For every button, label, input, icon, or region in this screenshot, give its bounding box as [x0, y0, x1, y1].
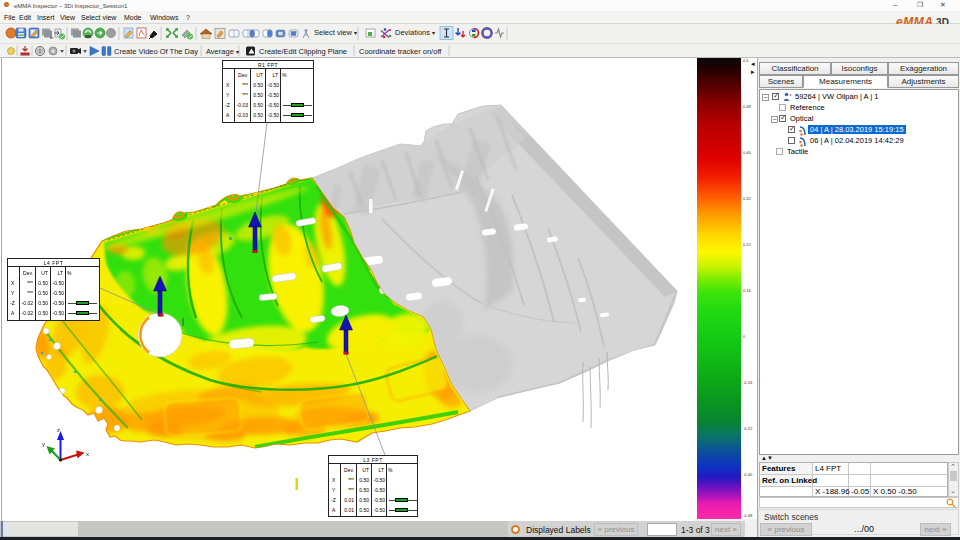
svg-text:z: z [57, 427, 60, 433]
svg-text:y: y [42, 441, 45, 447]
svg-text:x: x [86, 451, 89, 457]
